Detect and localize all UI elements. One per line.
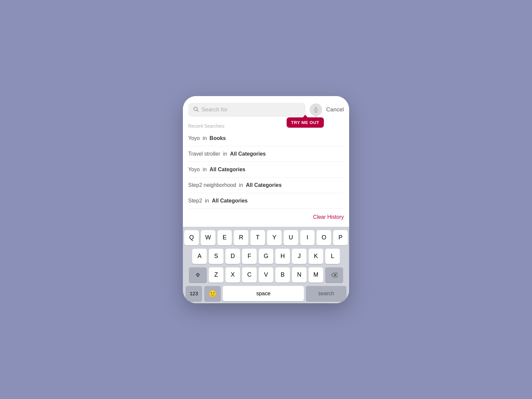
cancel-button[interactable]: Cancel	[326, 105, 344, 114]
key-c[interactable]: C	[242, 267, 257, 283]
key-search[interactable]: search	[306, 286, 346, 301]
search-bar-row: Search for TRY ME OUT Cancel	[188, 103, 344, 117]
key-x[interactable]: X	[225, 267, 240, 283]
history-item-3[interactable]: Yoyo in All Categories	[188, 162, 344, 178]
key-h[interactable]: H	[275, 249, 290, 264]
keyboard: Q W E R T Y U I O P A S D F G H J K L	[183, 227, 349, 303]
search-placeholder: Search for	[201, 106, 301, 113]
search-input-wrapper[interactable]: Search for	[188, 103, 306, 117]
key-p[interactable]: P	[333, 230, 348, 245]
key-j[interactable]: J	[292, 249, 307, 264]
try-me-out-tooltip: TRY ME OUT	[287, 117, 324, 128]
key-s[interactable]: S	[209, 249, 223, 264]
history-in-5: in	[205, 198, 209, 203]
key-123[interactable]: 123	[186, 286, 202, 301]
key-u[interactable]: U	[284, 230, 298, 245]
search-history-list: Yoyo in Books Travel stroller in All Cat…	[188, 131, 344, 209]
key-g[interactable]: G	[259, 249, 273, 264]
search-section: Search for TRY ME OUT Cancel	[183, 96, 349, 117]
key-d[interactable]: D	[225, 249, 240, 264]
key-z[interactable]: Z	[209, 267, 223, 283]
key-y[interactable]: Y	[267, 230, 282, 245]
history-item-2[interactable]: Travel stroller in All Categories	[188, 146, 344, 162]
svg-line-1	[197, 110, 198, 111]
key-space[interactable]: space	[223, 286, 304, 301]
key-b[interactable]: B	[275, 267, 290, 283]
key-k[interactable]: K	[309, 249, 323, 264]
key-l[interactable]: L	[325, 249, 340, 264]
clear-history-row: Clear History	[188, 209, 344, 227]
history-in-2: in	[223, 151, 227, 157]
keyboard-bottom-row: 123 🙂 space search	[184, 286, 348, 301]
history-query-3: Yoyo	[188, 167, 200, 172]
history-query-5: Step2	[188, 198, 202, 203]
history-in-4: in	[239, 182, 243, 188]
history-item-4[interactable]: Step2 neighborhood in All Categories	[188, 178, 344, 193]
clear-history-button[interactable]: Clear History	[313, 214, 344, 220]
key-a[interactable]: A	[192, 249, 207, 264]
shift-key[interactable]	[189, 267, 207, 283]
svg-rect-5	[197, 275, 199, 277]
key-f[interactable]: F	[242, 249, 257, 264]
recent-searches-section: Recent Searches: Yoyo in Books Travel st…	[183, 117, 349, 227]
key-o[interactable]: O	[317, 230, 331, 245]
key-n[interactable]: N	[292, 267, 307, 283]
key-emoji[interactable]: 🙂	[204, 286, 221, 301]
history-in-3: in	[202, 167, 206, 172]
key-v[interactable]: V	[259, 267, 273, 283]
search-icon	[193, 106, 199, 113]
keyboard-row-1: Q W E R T Y U I O P	[184, 230, 348, 245]
history-item-5[interactable]: Step2 in All Categories	[188, 193, 344, 209]
key-t[interactable]: T	[250, 230, 265, 245]
history-in-1: in	[202, 135, 206, 141]
key-i[interactable]: I	[300, 230, 315, 245]
keyboard-row-3: Z X C V B N M	[184, 267, 348, 283]
history-query-2: Travel stroller	[188, 151, 220, 157]
history-category-2: All Categories	[230, 151, 266, 157]
key-e[interactable]: E	[217, 230, 232, 245]
mic-button[interactable]	[310, 103, 322, 116]
key-w[interactable]: W	[201, 230, 215, 245]
key-m[interactable]: M	[309, 267, 323, 283]
key-r[interactable]: R	[234, 230, 248, 245]
history-query-1: Yoyo	[188, 135, 200, 141]
history-category-5: All Categories	[212, 198, 248, 203]
svg-rect-2	[315, 107, 317, 110]
keyboard-row-2: A S D F G H J K L	[184, 249, 348, 264]
history-item-1[interactable]: Yoyo in Books	[188, 131, 344, 146]
phone-frame: Search for TRY ME OUT Cancel Recent Sear…	[183, 96, 349, 303]
history-category-4: All Categories	[246, 182, 282, 188]
history-category-3: All Categories	[209, 167, 245, 172]
history-query-4: Step2 neighborhood	[188, 182, 236, 188]
history-category-1: Books	[209, 135, 226, 141]
key-q[interactable]: Q	[184, 230, 199, 245]
backspace-key[interactable]	[325, 267, 343, 283]
